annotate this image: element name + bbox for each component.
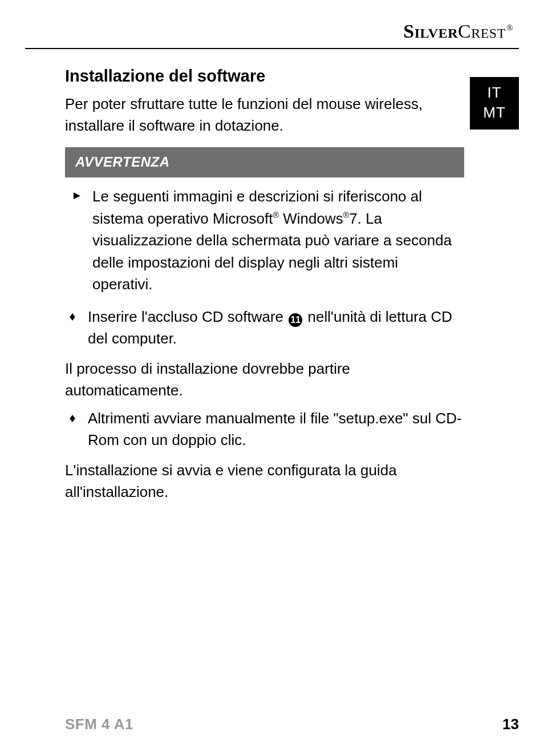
page-header: SilverCrest® [25, 17, 519, 47]
warning-body: ► Le seguenti immagini e descrizioni si … [65, 177, 464, 295]
diamond-icon: ♦ [65, 407, 80, 428]
step-item-2: ♦ Altrimenti avviare manualmente il file… [65, 407, 464, 451]
reference-number-icon: 11 [289, 313, 302, 327]
section-title: Installazione del software [65, 64, 464, 88]
manual-page: SilverCrest® IT MT Installazione del sof… [0, 0, 544, 756]
header-rule [25, 48, 519, 49]
reg-mark: ® [273, 211, 279, 220]
step-2-text: Altrimenti avviare manualmente il file "… [88, 407, 464, 451]
brand-registered: ® [507, 24, 513, 33]
diamond-icon: ♦ [65, 306, 80, 327]
lang-line-2: MT [470, 103, 519, 123]
lang-line-1: IT [470, 83, 519, 103]
step-1-text: Inserire l'accluso CD software 11 nell'u… [88, 306, 464, 350]
language-tab: IT MT [470, 77, 519, 130]
brand-part1: Silver [403, 21, 458, 42]
brand-part2: Crest [458, 21, 506, 42]
page-footer: SFM 4 A1 13 [25, 715, 519, 733]
brand-logo: SilverCrest® [403, 21, 513, 42]
warning-text: Le seguenti immagini e descrizioni si ri… [92, 185, 460, 295]
intro-paragraph: Per poter sfruttare tutte le funzioni de… [65, 93, 464, 137]
warning-header: AVVERTENZA [65, 147, 464, 178]
page-number: 13 [502, 715, 519, 733]
model-number: SFM 4 A1 [65, 715, 133, 733]
reg-mark: ® [343, 211, 350, 220]
page-content: Installazione del software Per poter sfr… [65, 64, 464, 503]
warning-item: ► Le seguenti immagini e descrizioni si … [70, 185, 460, 295]
step-item-1: ♦ Inserire l'accluso CD software 11 nell… [65, 306, 464, 350]
arrow-icon: ► [70, 185, 84, 205]
paragraph-2: Il processo di installazione dovrebbe pa… [65, 358, 464, 402]
paragraph-3: L'installazione si avvia e viene configu… [65, 459, 464, 503]
